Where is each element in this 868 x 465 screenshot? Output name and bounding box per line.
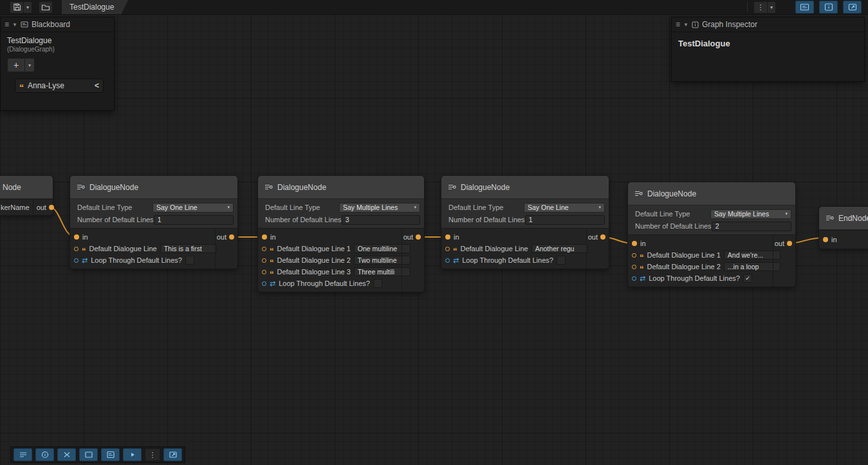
graph-inspector-panel[interactable]: ≡ ▼ Graph Inspector TestDialogue: [671, 17, 865, 82]
dialogue-line-input[interactable]: And we're...: [724, 251, 780, 260]
dialogue-line-port[interactable]: [74, 247, 78, 251]
line-type-dropdown[interactable]: Say Multiple Lines ▾: [339, 203, 420, 213]
play-icon: [128, 451, 137, 459]
save-options-dropdown[interactable]: ▾: [24, 1, 32, 14]
hamburger-icon[interactable]: ≡: [676, 20, 680, 29]
dialogue-node-3[interactable]: DialogueNode Default Line Type Say One L…: [441, 175, 609, 269]
dialogue-line-port[interactable]: [262, 258, 266, 263]
frame-button[interactable]: [79, 448, 98, 461]
quote-icon: “: [82, 249, 86, 254]
input-port[interactable]: [823, 237, 828, 242]
loop-port[interactable]: [74, 258, 78, 263]
node-title: DialogueNode: [647, 189, 696, 198]
dialogue-node-1[interactable]: DialogueNode Default Line Type Say One L…: [69, 175, 238, 269]
loop-port[interactable]: [262, 281, 266, 286]
node-title-bar[interactable]: Node: [0, 176, 53, 199]
out-port-label: out: [37, 204, 46, 211]
blackboard-title: Blackboard: [32, 20, 70, 29]
dialogue-node-4[interactable]: DialogueNode Default Line Type Say Multi…: [627, 182, 796, 287]
node-title-bar[interactable]: EndNode: [819, 207, 868, 230]
number-of-lines-input[interactable]: 3: [342, 215, 420, 225]
dialogue-line-input[interactable]: Another regu: [531, 244, 588, 253]
dialogue-node-2[interactable]: DialogueNode Default Line Type Say Multi…: [257, 175, 425, 292]
blackboard-icon: [106, 451, 115, 459]
loop-icon: ⇄: [270, 280, 275, 288]
input-port[interactable]: [632, 241, 637, 246]
graph-tab[interactable]: TestDialogue: [62, 0, 128, 14]
row-label: Default Dialogue Line: [89, 245, 157, 252]
node-properties: Default Line Type Say One Line ▾ Number …: [441, 199, 609, 228]
output-port[interactable]: [787, 241, 792, 246]
output-port[interactable]: [416, 234, 421, 240]
checkmark: ✓: [745, 275, 750, 281]
node-title-bar[interactable]: DialogueNode: [441, 176, 609, 199]
loop-checkbox[interactable]: [557, 256, 566, 265]
input-port[interactable]: [262, 234, 267, 240]
output-port[interactable]: [229, 234, 234, 240]
more-options-dropdown[interactable]: ▾: [768, 1, 776, 14]
number-of-lines-input[interactable]: 1: [154, 215, 234, 225]
quote-icon: “: [640, 255, 644, 260]
loop-port[interactable]: [632, 276, 636, 281]
external-window-button[interactable]: [163, 448, 182, 461]
blackboard-property-pill[interactable]: “ Anna-Lyse <: [15, 79, 104, 93]
dropdown-value: Say Multiple Lines: [714, 210, 769, 218]
hamburger-icon[interactable]: ≡: [5, 20, 9, 29]
blackboard-header[interactable]: ≡ ▼ Blackboard: [1, 17, 114, 32]
add-property-button[interactable]: +: [7, 58, 25, 72]
chevron-left-icon[interactable]: <: [95, 81, 99, 90]
output-port[interactable]: [49, 205, 54, 210]
dialogue-line-input[interactable]: ...in a loop: [724, 262, 780, 271]
add-property-dropdown[interactable]: ▾: [25, 58, 35, 72]
number-of-lines-input[interactable]: 1: [525, 215, 605, 225]
dialogue-line-port[interactable]: [445, 247, 450, 251]
end-node[interactable]: EndNode in: [818, 206, 868, 249]
dialogue-node-icon: [76, 183, 85, 191]
dropdown-value: Say One Line: [156, 204, 198, 211]
dialogue-line-port[interactable]: [262, 270, 266, 274]
dialogue-node-icon: [264, 183, 273, 191]
loop-checkbox[interactable]: [185, 256, 194, 265]
dialogue-line-port[interactable]: [632, 253, 636, 258]
more-options-button[interactable]: ⋮: [145, 448, 160, 461]
line-type-dropdown[interactable]: Say Multiple Lines ▾: [710, 209, 791, 219]
speaker-node-partial[interactable]: Node kerName out: [0, 175, 53, 216]
dialogue-line-port[interactable]: [262, 247, 266, 251]
graph-inspector-header[interactable]: ≡ ▼ Graph Inspector: [672, 17, 864, 32]
inspector-button[interactable]: [35, 448, 54, 461]
toggle-blackboard-button[interactable]: [795, 1, 814, 14]
blackboard-panel[interactable]: ≡ ▼ Blackboard TestDialogue (DialogueGra…: [0, 17, 115, 111]
foldout-icon[interactable]: ▼: [683, 22, 688, 28]
field-value: 1: [158, 216, 162, 223]
more-options-button[interactable]: ⋮: [753, 1, 768, 14]
input-port[interactable]: [445, 234, 450, 240]
dialogue-line-port[interactable]: [632, 265, 636, 269]
play-dialogue-button[interactable]: [123, 448, 142, 461]
quote-icon: “: [270, 249, 274, 254]
output-port[interactable]: [600, 234, 605, 240]
field-label: Default Line Type: [445, 204, 524, 211]
foldout-icon[interactable]: ▼: [12, 22, 17, 28]
open-asset-button[interactable]: [39, 1, 53, 14]
node-title-bar[interactable]: DialogueNode: [70, 176, 237, 199]
node-title: EndNode: [838, 214, 868, 223]
input-port[interactable]: [74, 234, 79, 240]
line-type-dropdown[interactable]: Say One Line ▾: [152, 203, 234, 213]
node-title-bar[interactable]: DialogueNode: [258, 176, 424, 199]
toggle-inspector-button[interactable]: [819, 1, 838, 14]
line-type-dropdown[interactable]: Say One Line ▾: [524, 203, 605, 213]
save-button[interactable]: [10, 1, 24, 14]
dialogue-line-input[interactable]: This is a first: [160, 244, 217, 253]
loop-port[interactable]: [445, 258, 450, 263]
number-of-lines-input[interactable]: 2: [712, 222, 791, 231]
loop-checkbox[interactable]: [373, 279, 382, 288]
tools-button[interactable]: [57, 448, 76, 461]
row-label: Loop Through Default Lines?: [279, 280, 370, 287]
port-label: kerName: [1, 204, 30, 211]
open-preview-button[interactable]: [843, 1, 862, 14]
console-button[interactable]: [14, 448, 32, 461]
blackboard-button[interactable]: [101, 448, 120, 461]
info-icon: [692, 21, 699, 28]
node-title-bar[interactable]: DialogueNode: [628, 182, 795, 205]
loop-checkbox[interactable]: ✓: [743, 274, 752, 283]
